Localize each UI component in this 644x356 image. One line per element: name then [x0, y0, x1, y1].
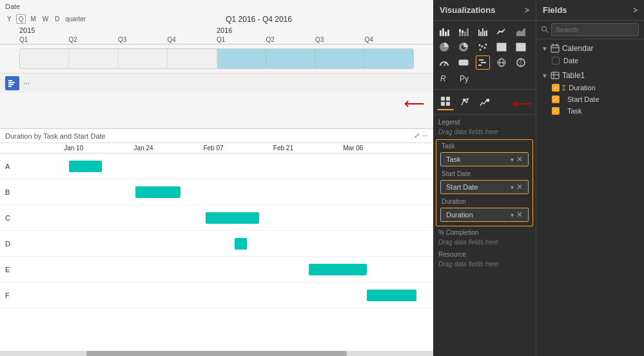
clustered-bar-icon[interactable]	[476, 25, 490, 39]
svg-rect-13	[467, 28, 469, 36]
time-jan24: Jan 24	[108, 144, 178, 152]
year-option[interactable]: Y	[5, 15, 14, 23]
donut-chart-icon[interactable]	[456, 40, 471, 54]
more-options-btn[interactable]: ···	[23, 79, 30, 88]
matrix-icon[interactable]	[514, 40, 528, 54]
svg-text:123: 123	[461, 61, 467, 65]
gantt-type-icon[interactable]	[476, 55, 490, 70]
task-bar-c	[206, 212, 259, 224]
duration-chevron[interactable]: ▾	[511, 212, 514, 219]
table-row: E	[0, 257, 433, 282]
task-chevron[interactable]: ▾	[511, 156, 514, 163]
stacked-bar-icon[interactable]	[456, 25, 471, 39]
fields-search-input[interactable]	[551, 23, 639, 36]
bar-chart-icon[interactable]	[437, 25, 451, 39]
svg-rect-51	[441, 102, 445, 106]
svg-rect-9	[459, 29, 461, 32]
bottom-chart-header: Duration by Task and Start Date ⤢ ···	[0, 129, 433, 143]
python-icon[interactable]: Py	[456, 71, 471, 85]
row-label-d: D	[0, 240, 19, 248]
svg-text:R: R	[440, 74, 446, 83]
day-option[interactable]: D	[53, 15, 61, 23]
legend-drop[interactable]: Drag data fields here	[433, 127, 536, 137]
svg-point-53	[463, 99, 465, 101]
viz-subtab-format[interactable]	[456, 94, 473, 110]
more-icon[interactable]: ···	[422, 132, 428, 140]
duration-check-icon: ✓	[553, 84, 558, 91]
expand-icon[interactable]: ⤢	[414, 132, 420, 140]
row-bar-area-e	[19, 257, 433, 282]
table1-group-name: Table1	[562, 71, 585, 80]
scatter-chart-icon[interactable]	[476, 40, 490, 54]
field-group-calendar-header[interactable]: ▼ Calendar	[536, 42, 644, 55]
card-icon[interactable]: 123	[456, 55, 471, 70]
left-panel: Date Y Q M W D quarter Q1 2016 - Q4 2016…	[0, 0, 433, 356]
line-chart-icon[interactable]	[494, 25, 509, 39]
fields-tree: ▼ Calendar Date	[536, 39, 644, 356]
time-feb21: Feb 21	[248, 144, 318, 152]
task-bar-f	[367, 290, 416, 301]
svg-rect-2	[8, 84, 14, 85]
field-group-table1-header[interactable]: ▼ Table1	[536, 69, 644, 82]
search-icon	[542, 26, 549, 34]
pie-chart-icon[interactable]	[437, 40, 451, 54]
table-icon[interactable]	[494, 40, 509, 54]
svg-rect-5	[442, 28, 444, 36]
viz-panel-title: Visualizations	[440, 5, 495, 15]
gantt-scrollbar[interactable]	[0, 351, 433, 356]
svg-rect-49	[441, 97, 445, 101]
q2-2015: Q2	[69, 36, 119, 43]
duration-checkbox: ✓	[552, 84, 560, 92]
task-label: Task	[436, 141, 532, 151]
svg-rect-1	[8, 82, 15, 83]
r-script-icon[interactable]: R	[437, 71, 451, 85]
field-item-duration[interactable]: ✓ Σ Duration	[536, 82, 644, 94]
gauge-icon[interactable]	[437, 55, 451, 70]
viz-subtab-fields[interactable]	[437, 94, 454, 110]
row-bar-area-d	[19, 231, 433, 256]
row-bar-area-f	[19, 282, 433, 308]
viz-subtab-analytics[interactable]	[476, 94, 493, 110]
duration-field-item[interactable]: Duration ▾ ✕	[440, 208, 529, 222]
area-chart-icon[interactable]	[514, 25, 528, 39]
task-field-item[interactable]: Task ▾ ✕	[440, 152, 529, 166]
time-jan10: Jan 10	[39, 144, 108, 152]
viz-expand-btn[interactable]: >	[525, 6, 529, 15]
task-remove[interactable]: ✕	[516, 155, 523, 164]
svg-point-23	[479, 49, 481, 51]
field-item-date[interactable]: Date	[536, 55, 644, 66]
start-date-field-item[interactable]: Start Date ▾ ✕	[440, 180, 529, 194]
chart-type-grid: 123 R Py	[433, 21, 536, 90]
completion-drop[interactable]: Drag data fields here	[433, 237, 536, 247]
gantt-rows: A B C D	[0, 153, 433, 342]
globe-icon[interactable]	[514, 55, 528, 70]
field-item-task[interactable]: ✓ Task	[536, 105, 644, 117]
week-option[interactable]: W	[41, 15, 50, 23]
svg-point-27	[478, 44, 480, 46]
task-bar-e	[309, 264, 367, 275]
task-field-icons: ▾ ✕	[511, 155, 523, 164]
quarter-option[interactable]: Q	[16, 14, 26, 24]
fields-expand-btn[interactable]: >	[633, 6, 638, 15]
start-date-chevron[interactable]: ▾	[511, 184, 514, 191]
table-row: D	[0, 231, 433, 257]
field-item-start-date[interactable]: ✓ Start Date	[536, 94, 644, 105]
svg-point-26	[485, 44, 487, 46]
task-bar-d	[235, 238, 247, 250]
start-date-remove[interactable]: ✕	[516, 183, 523, 192]
legend-label: Legend	[433, 117, 536, 127]
svg-rect-16	[482, 28, 483, 36]
resource-drop[interactable]: Drag data fields here	[433, 259, 536, 269]
svg-point-46	[517, 59, 525, 66]
row-label-c: C	[0, 214, 19, 222]
viz-panel: Visualizations >	[433, 0, 536, 356]
month-option[interactable]: M	[28, 15, 37, 23]
task-checkbox: ✓	[552, 107, 560, 115]
svg-rect-14	[478, 30, 480, 36]
duration-remove[interactable]: ✕	[516, 210, 523, 219]
fields-search	[536, 21, 644, 39]
gantt-icon[interactable]	[5, 76, 19, 90]
map-icon[interactable]	[494, 55, 509, 70]
calendar-icon	[551, 44, 560, 53]
row-bar-area-a	[19, 153, 433, 179]
